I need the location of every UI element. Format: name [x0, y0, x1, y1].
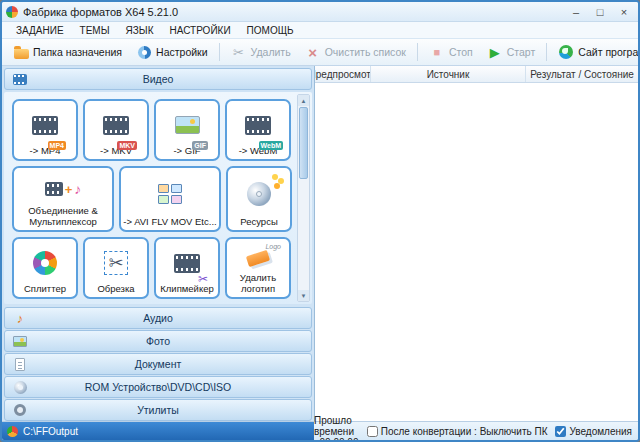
film-icon: MP4 — [16, 105, 74, 146]
remove-button: Удалить — [225, 42, 297, 62]
notifications-checkbox-label: Уведомления — [569, 426, 632, 437]
video-tools-panel: MP4 -> MP4 MKV -> MKV — [4, 92, 312, 304]
film-scissors-icon — [158, 243, 216, 284]
shutdown-checkbox-input[interactable] — [367, 426, 378, 437]
tools-icon — [12, 402, 28, 418]
tool-to-mkv[interactable]: MKV -> MKV — [83, 99, 149, 161]
merge-icon: +♪ — [16, 172, 110, 206]
tool-crop[interactable]: Обрезка — [83, 237, 149, 299]
tool-row-3: Сплиттер Обрезка Клипмейкер — [12, 237, 292, 299]
app-window: Фабрика форматов X64 5.21.0 – □ × ЗАДАНИ… — [0, 0, 640, 442]
tool-resources[interactable]: Ресурсы — [226, 166, 292, 232]
disc-icon — [12, 379, 28, 395]
clear-list-button: Очистить список — [299, 42, 412, 62]
shutdown-checkbox-label: После конвертации : Выключить ПК — [381, 426, 548, 437]
output-path-label: C:\FFOutput — [23, 426, 78, 437]
mp4-badge: MP4 — [48, 141, 66, 150]
tools-scrollbar[interactable] — [297, 94, 310, 302]
stop-button: Стоп — [423, 42, 479, 62]
statusbar: C:\FFOutput Прошло времени : 00:00:00 По… — [2, 421, 638, 440]
sidebar-section-rom[interactable]: ROM Устройство\DVD\CD\ISO — [4, 376, 312, 398]
app-logo-icon — [6, 6, 18, 18]
maximize-button[interactable]: □ — [588, 4, 612, 20]
menu-help[interactable]: ПОМОЩЬ — [239, 24, 302, 37]
elapsed-time-label: Прошло времени : 00:00:00 — [314, 415, 359, 442]
film-icon: WebM — [229, 105, 287, 146]
output-folder-icon — [7, 426, 18, 437]
scissors-icon — [87, 243, 145, 284]
settings-button[interactable]: Настройки — [130, 42, 214, 62]
menubar: ЗАДАНИЕ ТЕМЫ ЯЗЫК НАСТРОЙКИ ПОМОЩЬ — [2, 22, 638, 39]
toolbar: Папка назначения Настройки Удалить Очист… — [2, 39, 638, 66]
film-reel-icon — [16, 243, 74, 284]
sidebar-section-document[interactable]: Документ — [4, 353, 312, 375]
website-button[interactable]: Сайт программы — [552, 42, 640, 62]
document-icon — [12, 356, 28, 372]
sidebar-section-audio[interactable]: Аудио — [4, 307, 312, 329]
scroll-down-icon[interactable] — [298, 290, 309, 301]
gear-icon — [136, 44, 152, 60]
webm-badge: WebM — [259, 141, 283, 150]
filelist-body[interactable] — [315, 83, 638, 421]
toolbar-separator — [546, 43, 547, 61]
scrollbar-thumb[interactable] — [299, 107, 308, 179]
window-title: Фабрика форматов X64 5.21.0 — [23, 6, 564, 18]
minimize-button[interactable]: – — [564, 4, 588, 20]
photo-icon — [12, 333, 28, 349]
column-result-state[interactable]: Результат / Состояние — [526, 66, 638, 82]
notifications-checkbox[interactable]: Уведомления — [555, 426, 632, 437]
toolbar-separator — [417, 43, 418, 61]
start-icon — [487, 44, 503, 60]
tool-row-2: +♪ Объединение & Мультиплексор -> AVI FL… — [12, 166, 292, 232]
sidebar-section-photo[interactable]: Фото — [4, 330, 312, 352]
start-button[interactable]: Старт — [481, 42, 542, 62]
dest-folder-button[interactable]: Папка назначения — [7, 42, 128, 62]
column-preview[interactable]: Предпросмотр — [315, 66, 371, 82]
titlebar[interactable]: Фабрика форматов X64 5.21.0 – □ × — [2, 2, 638, 22]
output-folder-status[interactable]: C:\FFOutput — [2, 422, 314, 440]
music-note-icon — [12, 310, 28, 326]
film-icon: MKV — [87, 105, 145, 146]
scroll-up-icon[interactable] — [298, 95, 309, 106]
main-area: Видео MP4 -> MP4 MKV — [2, 66, 638, 421]
globe-icon — [558, 44, 574, 60]
sidebar-section-video[interactable]: Видео — [4, 68, 312, 90]
sidebar: Видео MP4 -> MP4 MKV — [2, 66, 314, 421]
tool-to-webm[interactable]: WebM -> WebM — [225, 99, 291, 161]
remove-icon — [231, 44, 247, 60]
video-icon — [12, 71, 28, 87]
picture-icon: GIF — [158, 105, 216, 146]
gif-badge: GIF — [192, 141, 208, 150]
column-source[interactable]: Источник — [371, 66, 526, 82]
clear-list-icon — [305, 44, 321, 60]
folder-icon — [13, 44, 29, 60]
disc-flowers-icon — [230, 172, 288, 217]
menu-settings[interactable]: НАСТРОЙКИ — [162, 24, 239, 37]
tool-to-gif[interactable]: GIF -> GIF — [154, 99, 220, 161]
statusbar-right: Прошло времени : 00:00:00 После конверта… — [314, 422, 638, 440]
close-button[interactable]: × — [612, 4, 636, 20]
tool-to-mp4[interactable]: MP4 -> MP4 — [12, 99, 78, 161]
sidebar-section-utilities[interactable]: Утилиты — [4, 399, 312, 421]
tool-clipmaker[interactable]: Клипмейкер — [154, 237, 220, 299]
toolbar-separator — [219, 43, 220, 61]
filelist-panel: Предпросмотр Источник Результат / Состоя… — [314, 66, 638, 421]
eraser-icon: Logo — [229, 243, 287, 273]
formats-grid-icon — [123, 172, 217, 217]
logo-text: Logo — [265, 243, 281, 250]
scrollbar-track[interactable] — [298, 106, 309, 290]
mkv-badge: MKV — [117, 141, 137, 150]
tool-to-avi-flv-mov[interactable]: -> AVI FLV MOV Etc... — [119, 166, 221, 232]
filelist-header: Предпросмотр Источник Результат / Состоя… — [315, 66, 638, 83]
tool-merge-mux[interactable]: +♪ Объединение & Мультиплексор — [12, 166, 114, 232]
tool-remove-logo[interactable]: Logo Удалить логотип — [225, 237, 291, 299]
menu-themes[interactable]: ТЕМЫ — [72, 24, 118, 37]
notifications-checkbox-input[interactable] — [555, 426, 566, 437]
tool-row-1: MP4 -> MP4 MKV -> MKV — [12, 99, 292, 161]
menu-language[interactable]: ЯЗЫК — [118, 24, 162, 37]
tool-splitter[interactable]: Сплиттер — [12, 237, 78, 299]
stop-icon — [429, 44, 445, 60]
menu-task[interactable]: ЗАДАНИЕ — [8, 24, 72, 37]
shutdown-after-conversion-checkbox[interactable]: После конвертации : Выключить ПК — [367, 426, 548, 437]
